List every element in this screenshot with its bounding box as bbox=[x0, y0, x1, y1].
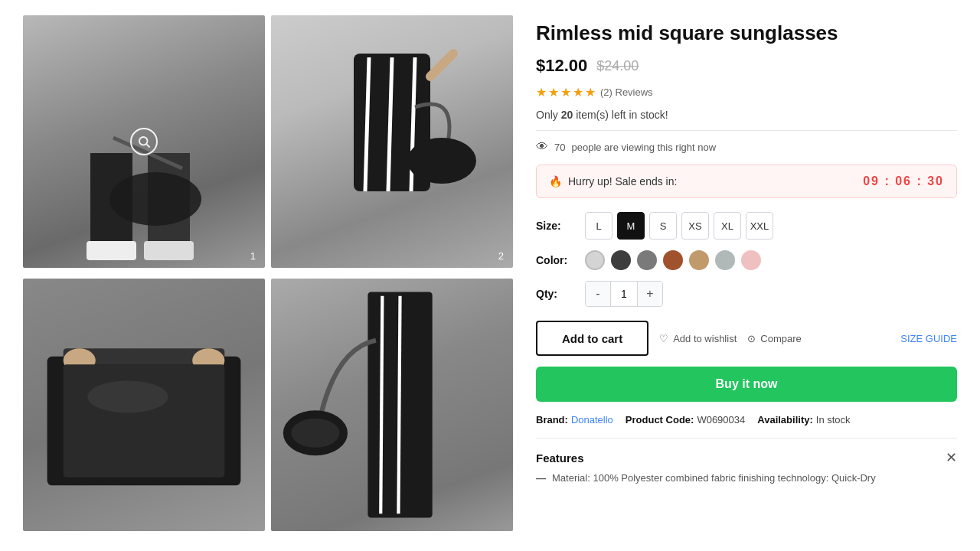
bag-illustration-2 bbox=[271, 15, 513, 268]
action-row: Add to cart ♡ Add to wishlist ⊙ Compare … bbox=[536, 321, 957, 356]
features-close-button[interactable]: ✕ bbox=[946, 449, 957, 466]
color-swatch-6[interactable] bbox=[741, 250, 761, 270]
star-4: ★ bbox=[573, 85, 583, 99]
reviews-row: ★ ★ ★ ★ ★ (2) Reviews bbox=[536, 85, 957, 99]
svg-line-21 bbox=[381, 296, 382, 514]
search-icon[interactable] bbox=[130, 128, 158, 155]
size-btn-L[interactable]: L bbox=[585, 212, 612, 240]
price-current: $12.00 bbox=[536, 56, 587, 76]
qty-value: 1 bbox=[610, 282, 638, 306]
svg-point-6 bbox=[139, 137, 148, 145]
sale-banner-left: 🔥 Hurry up! Sale ends in: bbox=[549, 175, 677, 187]
color-swatch-1[interactable] bbox=[611, 250, 631, 270]
sale-label: Hurry up! Sale ends in: bbox=[568, 175, 677, 187]
svg-rect-3 bbox=[144, 241, 194, 260]
product-code-item: Product Code: W0690034 bbox=[626, 414, 745, 425]
size-label: Size: bbox=[536, 220, 576, 232]
brand-label: Brand: bbox=[536, 414, 568, 425]
color-options bbox=[585, 250, 761, 270]
size-btn-S[interactable]: S bbox=[649, 212, 677, 240]
image-number-1: 1 bbox=[250, 250, 256, 262]
stock-suffix: item(s) left in stock! bbox=[576, 109, 668, 121]
wishlist-label: Add to wishlist bbox=[673, 333, 737, 344]
qty-label: Qty: bbox=[536, 288, 576, 300]
meta-row: Brand: Donatello Product Code: W0690034 … bbox=[536, 414, 957, 425]
size-btn-XXL[interactable]: XXL bbox=[746, 212, 773, 240]
svg-point-24 bbox=[291, 419, 339, 448]
reviews-text: (2) Reviews bbox=[600, 86, 653, 98]
qty-minus-btn[interactable]: - bbox=[586, 282, 610, 306]
product-info-panel: Rimless mid square sunglasses $12.00 $24… bbox=[536, 15, 957, 536]
features-dash: — bbox=[536, 472, 546, 484]
page-container: 1 2 bbox=[0, 0, 980, 551]
product-image-1[interactable]: 1 bbox=[23, 15, 265, 268]
bag-illustration-3 bbox=[23, 279, 265, 531]
heart-icon: ♡ bbox=[659, 333, 668, 344]
sale-countdown: 09 : 06 : 30 bbox=[863, 174, 944, 188]
color-swatch-4[interactable] bbox=[689, 250, 709, 270]
fire-icon: 🔥 bbox=[549, 175, 562, 187]
viewers-count: 70 bbox=[554, 142, 565, 153]
viewing-row: 👁 70 people are viewing this right now bbox=[536, 140, 957, 154]
features-section: Features ✕ — Material: 100% Polyester co… bbox=[536, 438, 957, 484]
size-options: L M S XS XL XXL bbox=[585, 212, 773, 240]
size-section: Size: L M S XS XL XXL Color: bbox=[536, 212, 957, 270]
product-image-4[interactable] bbox=[271, 279, 513, 531]
stock-count: 20 bbox=[561, 109, 573, 121]
image-number-2: 2 bbox=[498, 250, 504, 262]
color-label: Color: bbox=[536, 254, 576, 266]
stock-row: Only 20 item(s) left in stock! bbox=[536, 109, 957, 131]
star-2: ★ bbox=[548, 85, 559, 99]
star-1: ★ bbox=[536, 85, 547, 99]
svg-rect-2 bbox=[87, 241, 136, 260]
availability-value: In stock bbox=[816, 414, 851, 425]
compare-button[interactable]: ⊙ Compare bbox=[747, 333, 801, 344]
svg-line-22 bbox=[398, 296, 400, 514]
add-to-cart-button[interactable]: Add to cart bbox=[536, 321, 648, 356]
color-swatch-5[interactable] bbox=[715, 250, 735, 270]
size-row: Size: L M S XS XL XXL bbox=[536, 212, 957, 240]
viewers-text: people are viewing this right now bbox=[571, 142, 716, 153]
stock-label: Only bbox=[536, 109, 558, 121]
svg-point-13 bbox=[407, 138, 476, 184]
price-original: $24.00 bbox=[596, 58, 639, 74]
size-btn-M[interactable]: M bbox=[617, 212, 645, 240]
product-image-3[interactable] bbox=[23, 279, 265, 531]
product-title: Rimless mid square sunglasses bbox=[536, 21, 957, 45]
features-content: Material: 100% Polyester combined fabric… bbox=[552, 472, 876, 484]
features-header: Features ✕ bbox=[536, 449, 957, 466]
svg-point-4 bbox=[109, 172, 201, 226]
svg-point-19 bbox=[87, 380, 168, 412]
price-row: $12.00 $24.00 bbox=[536, 56, 957, 76]
sale-banner: 🔥 Hurry up! Sale ends in: 09 : 06 : 30 bbox=[536, 165, 957, 198]
star-5: ★ bbox=[585, 85, 596, 99]
product-code-label: Product Code: bbox=[626, 414, 694, 425]
brand-value[interactable]: Donatello bbox=[571, 414, 613, 425]
svg-line-7 bbox=[146, 144, 149, 147]
features-title: Features bbox=[536, 452, 584, 465]
size-btn-XL[interactable]: XL bbox=[714, 212, 741, 240]
color-row: Color: bbox=[536, 250, 957, 270]
brand-item: Brand: Donatello bbox=[536, 414, 613, 425]
eye-icon: 👁 bbox=[536, 140, 548, 154]
product-image-2[interactable]: 2 bbox=[271, 15, 513, 268]
size-btn-XS[interactable]: XS bbox=[681, 212, 709, 240]
svg-rect-18 bbox=[64, 364, 225, 477]
features-text: — Material: 100% Polyester combined fabr… bbox=[536, 472, 957, 484]
availability-label: Availability: bbox=[757, 414, 812, 425]
add-to-wishlist-button[interactable]: ♡ Add to wishlist bbox=[659, 333, 737, 344]
qty-control: - 1 + bbox=[585, 281, 663, 307]
qty-row: Qty: - 1 + bbox=[536, 281, 957, 307]
star-rating: ★ ★ ★ ★ ★ bbox=[536, 85, 596, 99]
star-3: ★ bbox=[560, 85, 571, 99]
availability-item: Availability: In stock bbox=[757, 414, 850, 425]
product-code-value: W0690034 bbox=[697, 414, 745, 425]
qty-plus-btn[interactable]: + bbox=[638, 282, 662, 306]
color-swatch-3[interactable] bbox=[663, 250, 683, 270]
size-guide-link[interactable]: SIZE GUIDE bbox=[900, 333, 957, 344]
buy-now-button[interactable]: Buy it now bbox=[536, 367, 957, 402]
color-swatch-2[interactable] bbox=[637, 250, 657, 270]
bag-illustration-4 bbox=[271, 279, 513, 531]
color-swatch-0[interactable] bbox=[585, 250, 605, 270]
compare-icon: ⊙ bbox=[747, 333, 756, 344]
